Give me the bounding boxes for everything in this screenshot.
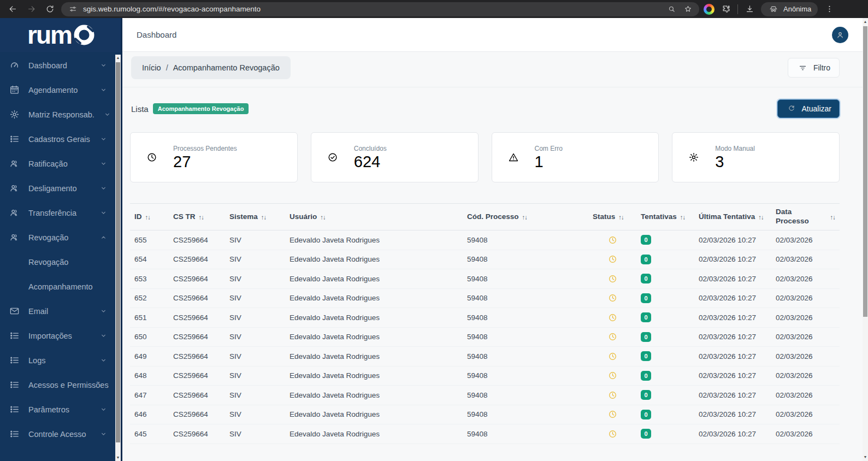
extensions-puzzle-icon[interactable] [719,2,733,16]
sidebar-item[interactable]: Dashboard [0,53,115,78]
stat-label: Com Erro [535,145,563,152]
column-header[interactable]: Sistema [225,209,285,225]
cell-data-processo: 02/03/2026 [771,333,840,341]
sidebar-item[interactable]: Importações [0,323,115,348]
cell-data-processo: 02/03/2026 [771,236,840,244]
chevron-down-icon [99,307,108,316]
extension-logo-icon[interactable] [704,4,715,15]
chevron-down-icon [99,356,108,365]
column-header[interactable]: Cód. Processo [463,209,588,225]
clock-icon [608,371,617,380]
sidebar-item[interactable]: Ratificação [0,151,115,176]
cell-id: 652 [130,294,169,302]
cell-data-processo: 02/03/2026 [771,255,840,263]
sidebar-item[interactable]: Cadastros Gerais [0,127,115,151]
address-bar[interactable]: sgis.web.rumolog.com/#/revogacao-acompan… [61,2,699,16]
sidebar-item[interactable]: Revogação [0,225,115,250]
cell-cod-processo: 59408 [463,294,588,302]
sidebar-item[interactable]: Acessos e Permissões [0,373,115,397]
scrollbar-thumb[interactable] [116,62,120,442]
bookmark-star-icon[interactable] [682,3,694,15]
table-row: 651 CS259664 SIV Edevaldo Javeta Rodrigu… [130,308,840,328]
cell-ultima-tentativa: 02/03/2026 10:27 [694,371,771,380]
sort-icon [145,213,151,221]
sidebar-item[interactable]: Parâmetros [0,397,115,422]
page-scrollbar[interactable]: ▲ ▼ [863,18,868,461]
cell-cs-tr: CS259664 [169,314,225,322]
column-header[interactable]: Usuário [285,209,463,225]
refresh-button[interactable]: Atualizar [777,99,840,118]
cell-usuario: Edevaldo Javeta Rodrigues [285,371,463,380]
stat-value: 1 [535,153,563,170]
site-settings-icon[interactable] [67,3,79,15]
scroll-up-arrow[interactable]: ▲ [115,55,121,61]
forward-icon[interactable] [24,2,38,16]
cell-id: 650 [130,333,169,341]
tentativas-badge: 0 [641,293,651,303]
clock-icon [608,332,617,341]
cell-cod-processo: 59408 [463,255,588,263]
content-area: Início / Acompanhamento Revogação Filtro… [122,52,863,461]
sort-icon [261,213,267,221]
sidebar-item-label: Ratificação [28,159,90,168]
stat-label: Processos Pendentes [173,145,237,152]
cell-tentativas: 0 [636,274,694,283]
scroll-down-arrow[interactable]: ▼ [863,454,868,460]
filter-button[interactable]: Filtro [788,58,840,78]
sort-icon [758,213,764,221]
zoom-icon[interactable] [665,3,677,15]
scroll-down-arrow[interactable]: ▼ [115,455,121,460]
column-header[interactable]: CS TR [169,209,225,225]
scrollbar-thumb[interactable] [863,26,867,317]
list-icon [9,134,20,145]
cell-data-processo: 02/03/2026 [771,275,840,283]
sidebar: rum Dashboard Agendamento Matriz Respon [0,18,122,461]
column-header[interactable]: Tentativas [636,209,694,225]
cell-tentativas: 0 [636,351,694,361]
browser-menu-icon[interactable] [822,2,836,16]
downloads-icon[interactable] [742,2,757,16]
sidebar-item-label: Email [28,307,90,316]
cell-status [588,410,636,419]
back-icon[interactable] [5,2,20,16]
mail-icon [9,306,20,317]
column-header[interactable]: Data Processo [771,204,840,229]
column-header[interactable]: ID [130,209,169,225]
stat-value: 27 [173,153,237,170]
sidebar-item[interactable]: Email [0,299,115,323]
url-text[interactable]: sgis.web.rumolog.com/#/revogacao-acompan… [83,5,661,13]
sidebar-item[interactable]: Matriz Responsab. [0,102,115,127]
stat-card: Com Erro 1 [492,132,659,182]
cell-ultima-tentativa: 02/03/2026 10:27 [694,352,771,360]
list-title: Lista [131,104,149,114]
sidebar-item[interactable]: Acompanhamento [0,274,115,299]
sidebar-scrollbar[interactable]: ▲ ▼ [115,55,121,461]
table-header: ID CS TR Sistema Usuário Cód. Pr [130,203,840,230]
cell-ultima-tentativa: 02/03/2026 10:27 [694,410,771,418]
user-avatar[interactable] [832,27,848,43]
chevron-down-icon [99,430,108,439]
cell-tentativas: 0 [636,429,694,439]
cell-tentativas: 0 [636,312,694,322]
sidebar-item[interactable]: Revogação [0,250,115,274]
reload-icon[interactable] [43,2,57,16]
scroll-up-arrow[interactable]: ▲ [863,19,868,25]
cell-cs-tr: CS259664 [169,255,225,263]
sidebar-item[interactable]: Logs [0,348,115,373]
column-header[interactable]: Última Tentativa [694,209,771,225]
chevron-down-icon [99,86,108,94]
sidebar-item[interactable]: Desligamento [0,176,115,200]
sidebar-item[interactable]: Controle Acesso [0,422,115,446]
cell-sistema: SIV [225,255,285,263]
breadcrumb-home[interactable]: Início [142,63,161,72]
column-header[interactable]: Status [588,209,636,225]
cell-status [588,352,636,361]
cell-tentativas: 0 [636,390,694,400]
incognito-profile-badge[interactable]: Anônima [761,2,818,16]
chevron-down-icon [99,135,108,144]
cell-usuario: Edevaldo Javeta Rodrigues [285,410,463,418]
cell-sistema: SIV [225,371,285,380]
sidebar-item[interactable]: Transferência [0,200,115,225]
sidebar-item[interactable]: Agendamento [0,78,115,102]
sidebar-item-label: Desligamento [28,184,90,193]
